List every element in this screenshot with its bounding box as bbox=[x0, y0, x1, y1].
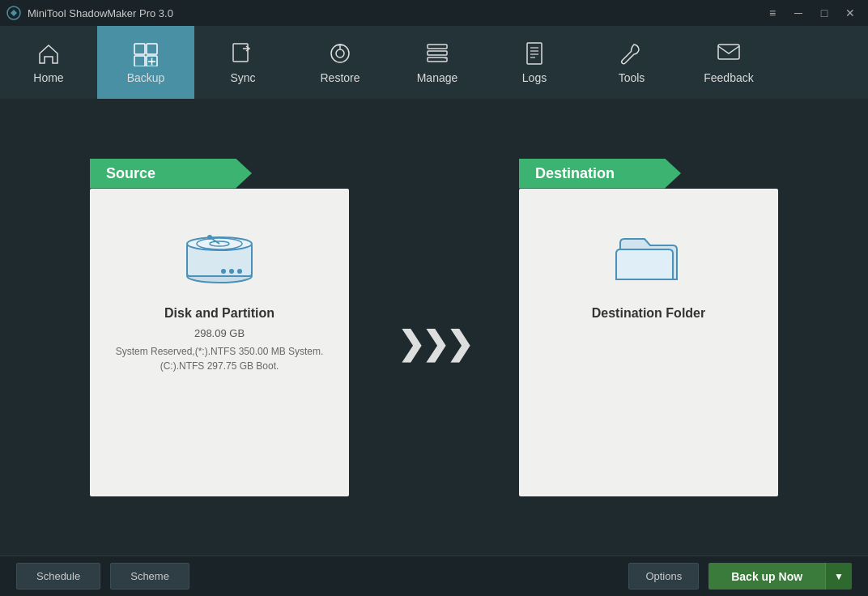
svg-point-9 bbox=[336, 49, 344, 57]
source-title: Disk and Partition bbox=[164, 306, 274, 321]
destination-header: Destination bbox=[519, 159, 681, 189]
home-icon bbox=[36, 40, 62, 66]
nav-label-manage: Manage bbox=[417, 71, 458, 84]
maximize-button[interactable]: □ bbox=[813, 3, 836, 23]
nav-item-restore[interactable]: Restore bbox=[291, 26, 389, 99]
source-description: System Reserved,(*:).NTFS 350.00 MB Syst… bbox=[114, 344, 325, 373]
nav-item-manage[interactable]: Manage bbox=[389, 26, 486, 99]
nav-label-restore: Restore bbox=[320, 71, 360, 84]
svg-rect-14 bbox=[527, 43, 542, 64]
backup-icon bbox=[131, 40, 160, 66]
svg-rect-19 bbox=[718, 45, 739, 59]
nav-label-logs: Logs bbox=[522, 71, 547, 84]
svg-rect-2 bbox=[147, 44, 157, 54]
svg-point-13 bbox=[445, 57, 446, 59]
menu-button[interactable]: ≡ bbox=[761, 3, 784, 23]
app-title: MiniTool ShadowMaker Pro 3.0 bbox=[28, 7, 173, 19]
nav-label-sync: Sync bbox=[230, 71, 255, 84]
svg-rect-3 bbox=[134, 56, 145, 66]
restore-icon bbox=[327, 40, 353, 66]
svg-point-29 bbox=[221, 269, 226, 274]
close-button[interactable]: ✕ bbox=[839, 3, 862, 23]
manage-icon bbox=[424, 40, 450, 66]
nav-label-backup: Backup bbox=[127, 71, 165, 84]
source-card-container: Source bbox=[90, 159, 349, 496]
svg-rect-11 bbox=[428, 51, 447, 55]
source-subtitle: 298.09 GB bbox=[194, 327, 245, 339]
nav-item-logs[interactable]: Logs bbox=[486, 26, 583, 99]
folder-icon bbox=[608, 221, 689, 290]
title-bar: MiniTool ShadowMaker Pro 3.0 ≡ ─ □ ✕ bbox=[0, 0, 868, 26]
backup-now-dropdown[interactable]: ▼ bbox=[825, 563, 852, 590]
minimize-button[interactable]: ─ bbox=[787, 3, 810, 23]
nav-label-feedback: Feedback bbox=[704, 71, 753, 84]
nav-item-sync[interactable]: Sync bbox=[194, 26, 291, 99]
footer: Schedule Scheme Options Back up Now ▼ bbox=[0, 556, 868, 596]
title-bar-left: MiniTool ShadowMaker Pro 3.0 bbox=[6, 6, 173, 20]
app-logo bbox=[6, 6, 21, 20]
backup-now-button[interactable]: Back up Now bbox=[708, 563, 825, 590]
svg-rect-7 bbox=[233, 44, 248, 62]
footer-left: Schedule Scheme bbox=[16, 563, 189, 590]
sync-icon bbox=[230, 40, 256, 66]
svg-rect-1 bbox=[134, 44, 145, 54]
scheme-button[interactable]: Scheme bbox=[110, 563, 189, 590]
tools-icon bbox=[619, 40, 645, 66]
nav-item-tools[interactable]: Tools bbox=[583, 26, 680, 99]
source-header: Source bbox=[90, 159, 252, 189]
svg-rect-12 bbox=[428, 57, 447, 62]
nav-label-home: Home bbox=[33, 71, 63, 84]
svg-rect-10 bbox=[428, 45, 447, 49]
svg-point-26 bbox=[207, 235, 212, 240]
options-button[interactable]: Options bbox=[628, 563, 699, 590]
schedule-button[interactable]: Schedule bbox=[16, 563, 100, 590]
main-content: Source bbox=[0, 99, 868, 556]
title-bar-controls: ≡ ─ □ ✕ bbox=[761, 3, 862, 23]
footer-right: Options Back up Now ▼ bbox=[628, 563, 852, 590]
nav-item-backup[interactable]: Backup bbox=[97, 26, 194, 99]
feedback-icon bbox=[716, 40, 742, 66]
svg-point-28 bbox=[229, 269, 234, 274]
arrow-chevrons: ❯❯❯ bbox=[398, 325, 470, 362]
source-card-body[interactable]: Disk and Partition 298.09 GB System Rese… bbox=[90, 189, 349, 496]
nav-item-home[interactable]: Home bbox=[0, 26, 97, 99]
nav-label-tools: Tools bbox=[619, 71, 645, 84]
destination-card-container: Destination Destination Folder bbox=[519, 159, 778, 496]
svg-point-27 bbox=[237, 269, 242, 274]
disk-icon bbox=[179, 221, 260, 290]
nav-item-feedback[interactable]: Feedback bbox=[680, 26, 777, 99]
nav-bar: Home Backup Sync bbox=[0, 26, 868, 99]
arrow-container: ❯❯❯ bbox=[398, 325, 470, 362]
destination-title: Destination Folder bbox=[592, 306, 705, 321]
logs-icon bbox=[521, 40, 547, 66]
destination-card-body[interactable]: Destination Folder bbox=[519, 189, 778, 496]
